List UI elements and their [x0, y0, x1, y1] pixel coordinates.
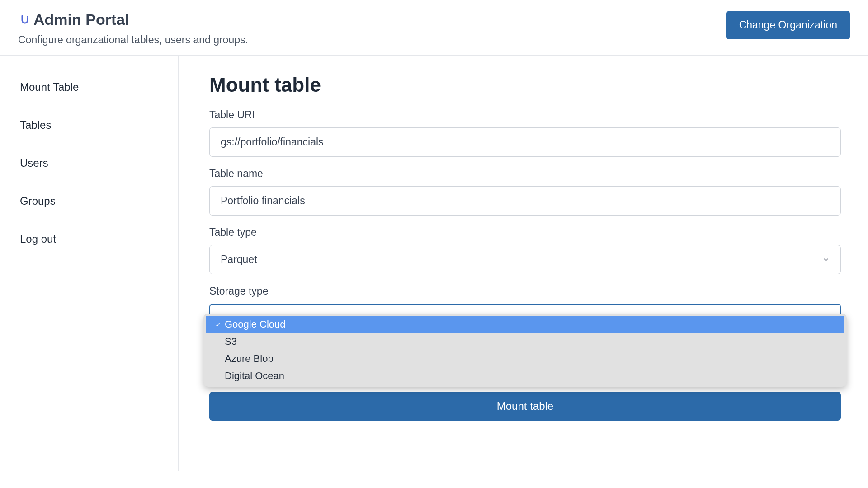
- table-name-input[interactable]: [209, 186, 841, 216]
- sidebar-item-mount-table[interactable]: Mount Table: [20, 74, 178, 112]
- table-type-select[interactable]: Parquet: [209, 245, 841, 274]
- option-label: Google Cloud: [225, 319, 835, 330]
- svg-point-0: [27, 16, 28, 18]
- sidebar-item-label: Log out: [20, 233, 56, 245]
- option-label: Azure Blob: [225, 353, 835, 365]
- option-label: Digital Ocean: [225, 370, 835, 382]
- option-label: S3: [225, 336, 835, 347]
- portal-title: Admin Portal: [33, 11, 129, 28]
- sidebar-item-label: Groups: [20, 195, 56, 207]
- table-uri-label: Table URI: [209, 109, 841, 121]
- sidebar-item-label: Mount Table: [20, 81, 79, 93]
- header: Admin Portal Configure organzational tab…: [0, 0, 868, 56]
- storage-type-option-google-cloud[interactable]: ✓ Google Cloud: [206, 316, 844, 333]
- table-uri-input[interactable]: [209, 127, 841, 157]
- table-name-label: Table name: [209, 168, 841, 180]
- storage-type-option-azure-blob[interactable]: Azure Blob: [206, 350, 844, 367]
- sidebar-item-label: Users: [20, 157, 48, 169]
- sidebar-item-logout[interactable]: Log out: [20, 225, 178, 263]
- sidebar-item-users[interactable]: Users: [20, 150, 178, 188]
- storage-type-dropdown: ✓ Google Cloud S3 Azure Blob Digital Oce…: [203, 314, 847, 387]
- storage-type-option-s3[interactable]: S3: [206, 333, 844, 350]
- sidebar-item-label: Tables: [20, 119, 51, 131]
- mount-table-button[interactable]: Mount table: [209, 392, 841, 421]
- change-organization-button[interactable]: Change Organization: [726, 11, 850, 39]
- table-type-label: Table type: [209, 226, 841, 239]
- sidebar-item-tables[interactable]: Tables: [20, 112, 178, 150]
- sidebar-item-groups[interactable]: Groups: [20, 188, 178, 225]
- sidebar: Mount Table Tables Users Groups Log out: [0, 56, 179, 471]
- storage-type-label: Storage type: [209, 285, 841, 297]
- check-icon: ✓: [215, 320, 221, 329]
- page-title: Mount table: [209, 74, 841, 96]
- portal-subtitle: Configure organzational tables, users an…: [18, 34, 248, 46]
- chevron-down-icon: [822, 256, 830, 263]
- table-type-value: Parquet: [221, 253, 257, 266]
- main-content: Mount table Table URI Table name Table t…: [179, 56, 868, 471]
- logo-icon: [18, 14, 30, 26]
- storage-type-option-digital-ocean[interactable]: Digital Ocean: [206, 367, 844, 385]
